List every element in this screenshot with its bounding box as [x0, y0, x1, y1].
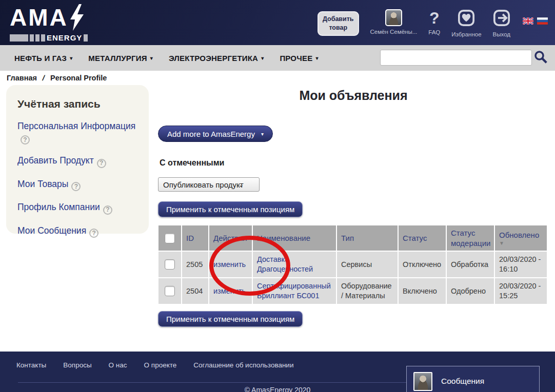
product-name-link[interactable]: Сертифицированный Бриллиант БС001	[257, 281, 332, 301]
row-checkbox[interactable]	[165, 259, 175, 270]
nav-item-other[interactable]: ПРОЧЕЕ ▾	[280, 54, 318, 63]
search-icon[interactable]	[533, 49, 548, 67]
row-edit-link-cell: изменить	[209, 252, 252, 277]
header-actions: Добавить товар Семён Семёны... ? FAQ Изб	[318, 9, 548, 37]
logo-bar	[10, 34, 28, 42]
logout-label: Выход	[493, 31, 510, 37]
table-header-name: Наименование	[253, 225, 336, 251]
table-header-updated[interactable]: Обновлено ▼	[495, 225, 547, 251]
row-moderation: Обработка	[447, 252, 494, 277]
row-checkbox[interactable]	[165, 286, 175, 296]
with-marked-label: С отмеченными	[160, 158, 224, 168]
logo-bar	[35, 34, 39, 42]
logo-bar	[41, 34, 45, 42]
chevron-down-icon: ▾	[150, 55, 153, 61]
page: AMA ENERGY Добавить товар Семён	[0, 0, 555, 392]
row-updated: 20/03/2020 - 16:10	[495, 252, 547, 277]
sidebar-item-my-messages[interactable]: Мои Сообщения?	[17, 225, 138, 238]
breadcrumb-home[interactable]: Главная	[7, 74, 37, 82]
chevron-down-icon: ▾	[261, 55, 264, 61]
row-id: 2504	[182, 278, 208, 304]
bulk-action-value: Опубликовать продукт	[163, 180, 244, 189]
footer-link-terms[interactable]: Соглашение об использовании	[193, 361, 293, 369]
help-icon[interactable]: ?	[103, 205, 112, 215]
row-type: Оборудование / Материалы	[337, 278, 398, 304]
row-edit-link-cell: изменить	[209, 278, 252, 304]
help-icon[interactable]: ?	[71, 182, 81, 191]
select-all-checkbox[interactable]	[165, 233, 175, 243]
row-updated: 20/03/2020 - 15:25	[495, 278, 547, 304]
table-header-actions: Действия	[209, 225, 252, 251]
help-icon[interactable]: ?	[21, 135, 30, 145]
faq-label: FAQ	[428, 29, 440, 35]
row-status: Отключено	[399, 252, 446, 277]
help-icon[interactable]: ?	[97, 159, 106, 168]
chevron-down-icon: ▾	[261, 131, 264, 137]
sidebar-item-personal-info[interactable]: Персональная Информация?	[17, 121, 138, 145]
bulk-action-select[interactable]: Опубликовать продукт ⌄	[158, 177, 260, 192]
footer-link-about-project[interactable]: О проекте	[144, 361, 177, 369]
logo-energy-row: ENERGY	[10, 33, 88, 42]
apply-to-marked-button-bottom[interactable]: Применить к отмеченным позициям	[158, 311, 303, 327]
row-name-cell: Сертифицированный Бриллиант БС001	[253, 278, 336, 304]
account-sidebar: Учётная запись Персональная Информация? …	[6, 85, 149, 234]
chevron-down-icon: ▾	[70, 55, 72, 61]
row-name-cell: Доставка Драгоценностей	[253, 252, 336, 277]
sidebar-title: Учётная запись	[17, 98, 138, 110]
footer-link-questions[interactable]: Вопросы	[63, 361, 91, 369]
flag-ru-icon[interactable]	[537, 17, 548, 25]
table-header-status: Статус	[399, 225, 446, 251]
edit-link[interactable]: изменить	[213, 286, 246, 296]
nav-item-metallurgy[interactable]: МЕТАЛЛУРГИЯ ▾	[88, 54, 153, 63]
row-type: Сервисы	[337, 252, 398, 277]
user-menu[interactable]: Семён Семёны...	[370, 9, 418, 35]
question-mark-icon: ?	[429, 9, 440, 27]
favorites-link[interactable]: Избранное	[451, 9, 481, 37]
footer-link-about-us[interactable]: О нас	[109, 361, 127, 369]
logout-icon	[493, 9, 510, 29]
sidebar-item-add-product[interactable]: Добавить Продукт?	[17, 155, 138, 168]
nav-item-electric-power[interactable]: ЭЛЕКТРОЭНЕРГЕТИКА ▾	[169, 54, 264, 63]
sidebar-item-my-products[interactable]: Мои Товары?	[17, 179, 138, 192]
category-navbar: НЕФТЬ И ГАЗ ▾ МЕТАЛЛУРГИЯ ▾ ЭЛЕКТРОЭНЕРГ…	[0, 45, 555, 71]
user-avatar	[385, 9, 402, 26]
footer-link-contacts[interactable]: Контакты	[16, 361, 46, 369]
logo[interactable]: AMA ENERGY	[10, 6, 88, 42]
logo-energy-text: ENERGY	[47, 33, 82, 42]
help-icon[interactable]: ?	[89, 229, 98, 238]
sort-desc-icon: ▼	[499, 241, 504, 246]
table-header-checkbox	[158, 225, 181, 251]
sidebar-item-company-profile[interactable]: Профиль Компании?	[17, 202, 138, 215]
language-switcher	[523, 17, 548, 25]
faq-link[interactable]: ? FAQ	[428, 9, 440, 35]
ads-table: ID Действия Наименование Тип Статус Стат…	[158, 225, 548, 304]
add-product-button[interactable]: Добавить товар	[318, 11, 359, 36]
row-status: Включено	[399, 278, 446, 304]
edit-link[interactable]: изменить	[213, 260, 246, 270]
logo-bar	[84, 34, 88, 42]
table-header-id: ID	[182, 225, 208, 251]
product-name-link[interactable]: Доставка Драгоценностей	[257, 255, 332, 274]
table-row-cell	[158, 252, 181, 277]
breadcrumb-current: Personal Profile	[50, 74, 107, 82]
nav-item-oil-gas[interactable]: НЕФТЬ И ГАЗ ▾	[14, 54, 72, 63]
heart-icon	[458, 9, 475, 29]
breadcrumb: Главная / Personal Profile	[7, 74, 107, 82]
breadcrumb-separator: /	[42, 74, 46, 82]
messages-avatar	[413, 372, 432, 391]
flag-en-icon[interactable]	[523, 17, 533, 25]
lightning-bolt-icon	[69, 4, 85, 33]
row-moderation: Одобрено	[447, 278, 494, 304]
messages-widget[interactable]: Сообщения	[406, 366, 540, 392]
logo-bar	[30, 34, 34, 42]
messages-label: Сообщения	[441, 377, 484, 386]
table-row-cell	[158, 278, 181, 304]
logo-text: AMA	[10, 6, 68, 29]
add-more-button[interactable]: Add more to AmasEnergy ▾	[158, 126, 273, 142]
apply-to-marked-button-top[interactable]: Применить к отмеченным позициям	[158, 201, 303, 217]
logo-wordmark: AMA	[10, 6, 88, 33]
search-input[interactable]	[380, 50, 532, 66]
page-title: Мои объявления	[159, 88, 548, 103]
logout-link[interactable]: Выход	[493, 9, 510, 37]
table-header-type: Тип	[337, 225, 398, 251]
